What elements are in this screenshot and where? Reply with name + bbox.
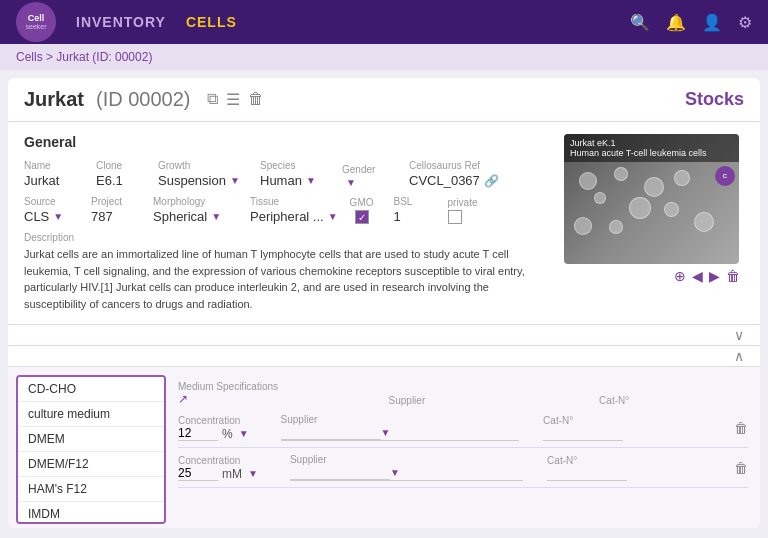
gender-select[interactable]: ▼	[342, 177, 397, 188]
name-value: Jurkat	[24, 173, 84, 188]
medium-specs-header: Medium Specifications ↗	[178, 381, 377, 406]
settings-icon[interactable]: ⚙	[738, 13, 752, 32]
app-logo[interactable]: Cell seeker	[16, 2, 56, 42]
add-image-icon[interactable]: ⊕	[674, 268, 686, 284]
cellosaurus-ref: CVCL_0367 🔗	[409, 173, 499, 188]
conc-field-2: Concentration mM ▼	[178, 455, 258, 481]
growth-dropdown-arrow[interactable]: ▼	[230, 175, 240, 186]
cell-image-circles: C	[564, 162, 739, 264]
conc-input-2[interactable]	[178, 466, 218, 481]
dot	[629, 197, 651, 219]
copy-icon[interactable]: ⧉	[207, 90, 218, 109]
dropdown-list-item[interactable]: DMEM	[18, 427, 164, 452]
search-icon[interactable]: 🔍	[630, 13, 650, 32]
collapse-down-icon[interactable]: ∨	[734, 327, 744, 343]
conc-unit-dropdown-1[interactable]: ▼	[239, 428, 249, 439]
source-dropdown-arrow[interactable]: ▼	[53, 211, 63, 222]
supplier-select-1[interactable]: ▼	[281, 425, 520, 441]
gender-label: Gender	[342, 164, 397, 175]
dot	[609, 220, 623, 234]
supplier-label: Supplier	[389, 395, 588, 406]
record-actions: ⧉ ☰ 🗑	[207, 90, 264, 109]
cat-input-2[interactable]	[547, 466, 627, 481]
conc-label-2: Concentration	[178, 455, 258, 466]
cell-image-label: Jurkat eK.1Human acute T-cell leukemia c…	[564, 134, 739, 162]
dropdown-list-item[interactable]: culture medium	[18, 402, 164, 427]
dot	[664, 202, 679, 217]
private-label: private	[448, 197, 493, 208]
supplier-input-1[interactable]	[281, 425, 381, 440]
delete-row-2-icon[interactable]: 🗑	[734, 460, 748, 476]
collapse-up-icon[interactable]: ∧	[734, 348, 744, 364]
dropdown-list-item[interactable]: IMDM	[18, 502, 164, 524]
medium-dropdown-list: CD-CHOculture mediumDMEMDMEM/F12HAM's F1…	[16, 375, 166, 524]
source-select[interactable]: CLS ▼	[24, 209, 79, 224]
morphology-dropdown-arrow[interactable]: ▼	[211, 211, 221, 222]
bsl-select[interactable]: 1	[394, 209, 424, 224]
delete-row-1-icon[interactable]: 🗑	[734, 420, 748, 436]
supplier-dropdown-2[interactable]: ▼	[390, 467, 400, 478]
growth-select[interactable]: Suspension ▼	[158, 173, 248, 188]
conc-label-1: Concentration	[178, 415, 249, 426]
species-value: Human	[260, 173, 302, 188]
project-value: 787	[91, 209, 141, 224]
next-image-icon[interactable]: ▶	[709, 268, 720, 284]
conc-input-group-2: mM ▼	[178, 466, 258, 481]
tissue-value: Peripheral ...	[250, 209, 324, 224]
tissue-dropdown-arrow[interactable]: ▼	[328, 211, 338, 222]
conc-input-1[interactable]	[178, 426, 218, 441]
medium-list-container: CD-CHOculture mediumDMEMDMEM/F12HAM's F1…	[8, 367, 166, 528]
image-logo: C	[715, 166, 735, 186]
supplier-input-2[interactable]	[290, 465, 390, 480]
supplier-select-2[interactable]: ▼	[290, 465, 523, 481]
dot	[614, 167, 628, 181]
dropdown-list-item[interactable]: DMEM/F12	[18, 452, 164, 477]
medium-header-row: Medium Specifications ↗ Supplier Cat-N°	[178, 375, 748, 408]
nav-icon-group: 🔍 🔔 👤 ⚙	[630, 13, 752, 32]
dot	[644, 177, 664, 197]
expand-icon[interactable]: ↗	[178, 392, 377, 406]
bottom-right-panel: Medium Specifications ↗ Supplier Cat-N° …	[166, 367, 760, 528]
gmo-checkbox[interactable]: ✓	[355, 210, 369, 224]
medium-specs-label: Medium Specifications	[178, 381, 377, 392]
tissue-label: Tissue	[250, 196, 338, 207]
name-label: Name	[24, 160, 84, 171]
species-label: Species	[260, 160, 330, 171]
supplier-label-1: Supplier	[281, 414, 520, 425]
notification-icon[interactable]: 🔔	[666, 13, 686, 32]
top-navigation: Cell seeker INVENTORY CELLS 🔍 🔔 👤 ⚙	[0, 0, 768, 44]
field-growth: Growth Suspension ▼	[158, 160, 248, 188]
cat-input-1[interactable]	[543, 426, 623, 441]
cellosaurus-link-icon[interactable]: 🔗	[484, 174, 499, 188]
nav-cells[interactable]: CELLS	[186, 14, 237, 30]
dropdown-list-item[interactable]: HAM's F12	[18, 477, 164, 502]
delete-record-icon[interactable]: 🗑	[248, 90, 264, 109]
conc-unit-dropdown-2[interactable]: ▼	[248, 468, 258, 479]
gmo-field: GMO ✓	[350, 197, 374, 224]
field-clone: Clone E6.1	[96, 160, 146, 188]
field-source: Source CLS ▼	[24, 196, 79, 224]
prev-image-icon[interactable]: ◀	[692, 268, 703, 284]
user-icon[interactable]: 👤	[702, 13, 722, 32]
species-select[interactable]: Human ▼	[260, 173, 330, 188]
list-icon[interactable]: ☰	[226, 90, 240, 109]
cell-image: Jurkat eK.1Human acute T-cell leukemia c…	[564, 134, 739, 264]
species-dropdown-arrow[interactable]: ▼	[306, 175, 316, 186]
supplier-header: Supplier	[389, 395, 588, 406]
dropdown-list-item[interactable]: CD-CHO	[18, 377, 164, 402]
cat-label-1: Cat-N°	[543, 415, 722, 426]
bsl-field: BSL 1	[394, 196, 424, 224]
morphology-value: Spherical	[153, 209, 207, 224]
cat-label-2: Cat-N°	[547, 455, 722, 466]
nav-inventory[interactable]: INVENTORY	[76, 14, 166, 30]
field-cellosaurus: Cellosaurus Ref CVCL_0367 🔗	[409, 160, 499, 188]
project-label: Project	[91, 196, 141, 207]
gender-dropdown-arrow[interactable]: ▼	[346, 177, 356, 188]
private-checkbox[interactable]	[448, 210, 462, 224]
supplier-dropdown-1[interactable]: ▼	[381, 427, 391, 438]
delete-image-icon[interactable]: 🗑	[726, 268, 740, 284]
morphology-select[interactable]: Spherical ▼	[153, 209, 238, 224]
cat-label: Cat-N°	[599, 395, 748, 406]
logo-text: Cell	[28, 14, 45, 24]
tissue-select[interactable]: Peripheral ... ▼	[250, 209, 338, 224]
